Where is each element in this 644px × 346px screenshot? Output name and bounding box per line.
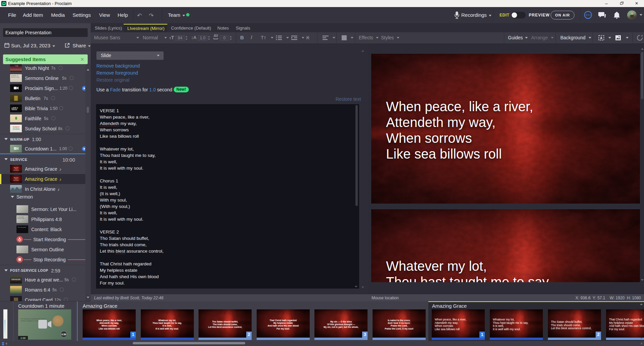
- svg-text:A: A: [600, 36, 602, 40]
